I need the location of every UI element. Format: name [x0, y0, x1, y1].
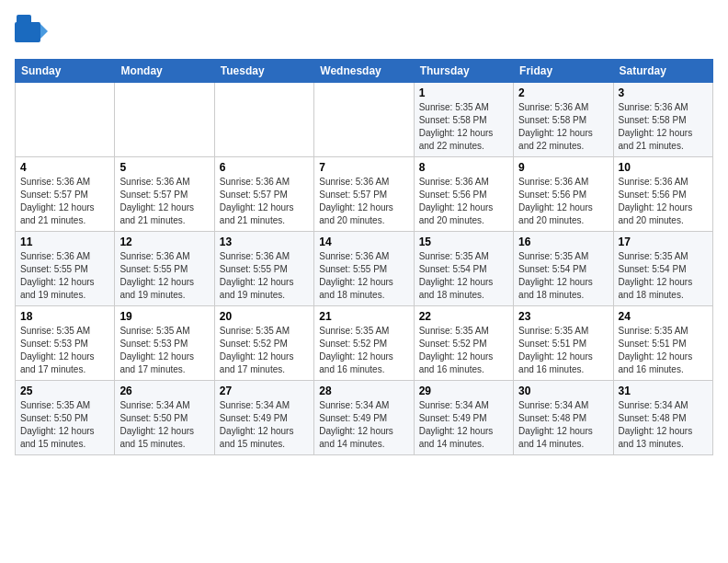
- day-info: Sunrise: 5:35 AM Sunset: 5:51 PM Dayligh…: [619, 325, 708, 376]
- day-info: Sunrise: 5:35 AM Sunset: 5:52 PM Dayligh…: [319, 325, 408, 376]
- calendar-cell: 7Sunrise: 5:36 AM Sunset: 5:57 PM Daylig…: [314, 157, 414, 232]
- day-number: 5: [119, 161, 209, 174]
- calendar-cell: 13Sunrise: 5:36 AM Sunset: 5:55 PM Dayli…: [214, 232, 313, 306]
- day-number: 13: [220, 236, 309, 248]
- calendar-cell: 24Sunrise: 5:35 AM Sunset: 5:51 PM Dayli…: [613, 306, 712, 381]
- calendar-cell: [115, 83, 214, 157]
- day-info: Sunrise: 5:35 AM Sunset: 5:53 PM Dayligh…: [119, 325, 209, 376]
- calendar-cell: [314, 83, 414, 157]
- day-number: 18: [20, 310, 109, 323]
- day-info: Sunrise: 5:35 AM Sunset: 5:51 PM Dayligh…: [518, 325, 608, 376]
- day-info: Sunrise: 5:35 AM Sunset: 5:54 PM Dayligh…: [619, 250, 708, 302]
- day-info: Sunrise: 5:34 AM Sunset: 5:49 PM Dayligh…: [319, 399, 408, 451]
- day-number: 16: [518, 236, 608, 248]
- day-number: 17: [619, 236, 708, 248]
- calendar-week-row: 4Sunrise: 5:36 AM Sunset: 5:57 PM Daylig…: [16, 157, 713, 232]
- weekday-header-friday: Friday: [514, 60, 613, 83]
- weekday-header-thursday: Thursday: [414, 60, 513, 83]
- calendar-cell: 16Sunrise: 5:35 AM Sunset: 5:54 PM Dayli…: [514, 232, 613, 306]
- weekday-header-tuesday: Tuesday: [214, 60, 313, 83]
- day-number: 24: [619, 310, 708, 323]
- calendar-cell: 22Sunrise: 5:35 AM Sunset: 5:52 PM Dayli…: [414, 306, 513, 381]
- calendar-cell: 29Sunrise: 5:34 AM Sunset: 5:49 PM Dayli…: [414, 381, 513, 455]
- calendar-cell: 18Sunrise: 5:35 AM Sunset: 5:53 PM Dayli…: [16, 306, 115, 381]
- calendar-cell: 11Sunrise: 5:36 AM Sunset: 5:55 PM Dayli…: [16, 232, 115, 306]
- calendar-cell: 25Sunrise: 5:35 AM Sunset: 5:50 PM Dayli…: [16, 381, 115, 455]
- day-number: 15: [419, 236, 508, 248]
- calendar-cell: 30Sunrise: 5:34 AM Sunset: 5:48 PM Dayli…: [514, 381, 613, 455]
- day-info: Sunrise: 5:36 AM Sunset: 5:56 PM Dayligh…: [518, 176, 608, 227]
- day-number: 4: [20, 161, 109, 174]
- weekday-header-row: SundayMondayTuesdayWednesdayThursdayFrid…: [16, 60, 713, 83]
- calendar-cell: 26Sunrise: 5:34 AM Sunset: 5:50 PM Dayli…: [115, 381, 214, 455]
- logo: [15, 15, 50, 52]
- day-number: 22: [419, 310, 508, 323]
- day-number: 9: [518, 161, 608, 174]
- calendar-cell: 9Sunrise: 5:36 AM Sunset: 5:56 PM Daylig…: [514, 157, 613, 232]
- day-number: 14: [319, 236, 408, 248]
- calendar-cell: 31Sunrise: 5:34 AM Sunset: 5:48 PM Dayli…: [613, 381, 712, 455]
- calendar-cell: 3Sunrise: 5:36 AM Sunset: 5:58 PM Daylig…: [613, 83, 712, 157]
- calendar-cell: 4Sunrise: 5:36 AM Sunset: 5:57 PM Daylig…: [16, 157, 115, 232]
- day-number: 25: [20, 385, 109, 397]
- day-info: Sunrise: 5:36 AM Sunset: 5:55 PM Dayligh…: [119, 250, 209, 302]
- day-number: 7: [319, 161, 408, 174]
- calendar-cell: 23Sunrise: 5:35 AM Sunset: 5:51 PM Dayli…: [514, 306, 613, 381]
- day-info: Sunrise: 5:36 AM Sunset: 5:57 PM Dayligh…: [20, 176, 109, 227]
- day-info: Sunrise: 5:35 AM Sunset: 5:58 PM Dayligh…: [419, 101, 508, 153]
- calendar-cell: 10Sunrise: 5:36 AM Sunset: 5:56 PM Dayli…: [613, 157, 712, 232]
- calendar-week-row: 18Sunrise: 5:35 AM Sunset: 5:53 PM Dayli…: [16, 306, 713, 381]
- day-info: Sunrise: 5:36 AM Sunset: 5:57 PM Dayligh…: [319, 176, 408, 227]
- svg-rect-0: [15, 22, 40, 42]
- weekday-header-wednesday: Wednesday: [314, 60, 414, 83]
- day-number: 29: [419, 385, 508, 397]
- day-number: 23: [518, 310, 608, 323]
- weekday-header-sunday: Sunday: [16, 60, 115, 83]
- weekday-header-monday: Monday: [115, 60, 214, 83]
- day-number: 19: [119, 310, 209, 323]
- calendar-week-row: 1Sunrise: 5:35 AM Sunset: 5:58 PM Daylig…: [16, 83, 713, 157]
- day-number: 1: [419, 86, 508, 99]
- calendar-cell: 19Sunrise: 5:35 AM Sunset: 5:53 PM Dayli…: [115, 306, 214, 381]
- day-info: Sunrise: 5:35 AM Sunset: 5:52 PM Dayligh…: [220, 325, 309, 376]
- calendar-cell: 1Sunrise: 5:35 AM Sunset: 5:58 PM Daylig…: [414, 83, 513, 157]
- day-number: 2: [518, 86, 608, 99]
- day-info: Sunrise: 5:36 AM Sunset: 5:55 PM Dayligh…: [20, 250, 109, 302]
- day-info: Sunrise: 5:34 AM Sunset: 5:48 PM Dayligh…: [619, 399, 708, 451]
- day-number: 28: [319, 385, 408, 397]
- day-info: Sunrise: 5:35 AM Sunset: 5:50 PM Dayligh…: [20, 399, 109, 451]
- day-info: Sunrise: 5:36 AM Sunset: 5:56 PM Dayligh…: [419, 176, 508, 227]
- svg-marker-1: [40, 24, 48, 39]
- day-info: Sunrise: 5:35 AM Sunset: 5:54 PM Dayligh…: [518, 250, 608, 302]
- day-info: Sunrise: 5:35 AM Sunset: 5:54 PM Dayligh…: [419, 250, 508, 302]
- header: [15, 15, 713, 52]
- day-info: Sunrise: 5:34 AM Sunset: 5:48 PM Dayligh…: [518, 399, 608, 451]
- day-info: Sunrise: 5:36 AM Sunset: 5:55 PM Dayligh…: [319, 250, 408, 302]
- day-number: 30: [518, 385, 608, 397]
- day-number: 21: [319, 310, 408, 323]
- calendar-cell: 17Sunrise: 5:35 AM Sunset: 5:54 PM Dayli…: [613, 232, 712, 306]
- day-number: 12: [119, 236, 209, 248]
- day-info: Sunrise: 5:34 AM Sunset: 5:50 PM Dayligh…: [119, 399, 209, 451]
- day-info: Sunrise: 5:36 AM Sunset: 5:58 PM Dayligh…: [619, 101, 708, 153]
- day-info: Sunrise: 5:36 AM Sunset: 5:56 PM Dayligh…: [619, 176, 708, 227]
- calendar-cell: 12Sunrise: 5:36 AM Sunset: 5:55 PM Dayli…: [115, 232, 214, 306]
- svg-rect-2: [17, 15, 31, 24]
- day-number: 11: [20, 236, 109, 248]
- day-info: Sunrise: 5:34 AM Sunset: 5:49 PM Dayligh…: [220, 399, 309, 451]
- calendar-cell: 21Sunrise: 5:35 AM Sunset: 5:52 PM Dayli…: [314, 306, 414, 381]
- day-info: Sunrise: 5:36 AM Sunset: 5:58 PM Dayligh…: [518, 101, 608, 153]
- logo-icon: [15, 15, 48, 52]
- calendar-cell: 15Sunrise: 5:35 AM Sunset: 5:54 PM Dayli…: [414, 232, 513, 306]
- calendar-week-row: 25Sunrise: 5:35 AM Sunset: 5:50 PM Dayli…: [16, 381, 713, 455]
- day-info: Sunrise: 5:36 AM Sunset: 5:57 PM Dayligh…: [119, 176, 209, 227]
- calendar-cell: 6Sunrise: 5:36 AM Sunset: 5:57 PM Daylig…: [214, 157, 313, 232]
- day-number: 10: [619, 161, 708, 174]
- calendar-table: SundayMondayTuesdayWednesdayThursdayFrid…: [15, 59, 713, 455]
- day-info: Sunrise: 5:35 AM Sunset: 5:53 PM Dayligh…: [20, 325, 109, 376]
- day-number: 20: [220, 310, 309, 323]
- day-number: 8: [419, 161, 508, 174]
- calendar-cell: 27Sunrise: 5:34 AM Sunset: 5:49 PM Dayli…: [214, 381, 313, 455]
- day-info: Sunrise: 5:36 AM Sunset: 5:55 PM Dayligh…: [220, 250, 309, 302]
- day-number: 27: [220, 385, 309, 397]
